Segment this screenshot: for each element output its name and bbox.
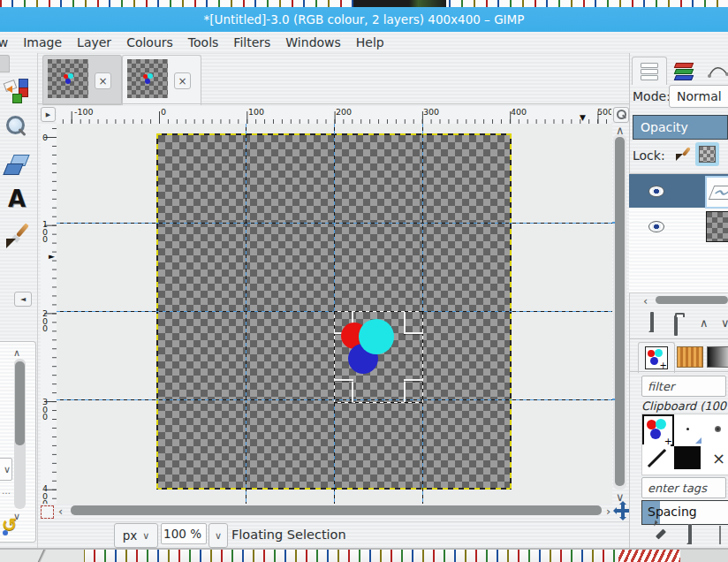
visibility-eye-icon[interactable] xyxy=(648,221,664,232)
selection-handle-tr[interactable] xyxy=(404,312,406,334)
zoom-follow-window-button[interactable] xyxy=(613,107,629,123)
selection-handle-br[interactable] xyxy=(404,379,423,381)
brush-tags-field[interactable] xyxy=(641,477,726,498)
text-tool-button[interactable]: A xyxy=(5,186,28,212)
tabstrip-divider xyxy=(37,103,629,104)
layers-scrollbar-thumb[interactable] xyxy=(656,296,728,304)
layer-thumbnail[interactable] xyxy=(706,211,728,242)
canvas-viewport[interactable] xyxy=(57,124,612,504)
menu-layer[interactable]: Layer xyxy=(75,35,113,49)
layer-mode-select[interactable]: Normal xyxy=(669,85,728,108)
canvas-horizontal-scrollbar-thumb[interactable] xyxy=(71,505,602,515)
tab-gradients[interactable] xyxy=(707,346,728,368)
thumb-cyan-dot xyxy=(68,73,73,79)
toolbox-collapse-button[interactable]: ◄ xyxy=(14,292,32,307)
titlebar[interactable]: *[Untitled]-3.0 (RGB colour, 2 layers) 4… xyxy=(0,7,728,32)
image-tab-1-close-button[interactable]: × xyxy=(95,72,111,89)
lock-pixels-button[interactable] xyxy=(671,144,693,165)
quick-mask-toggle[interactable] xyxy=(41,505,54,519)
layers-stack-icon xyxy=(641,75,658,80)
raise-layer-button[interactable]: ∧ xyxy=(700,316,709,330)
menu-windows[interactable]: Windows xyxy=(284,35,343,49)
lower-layer-button[interactable]: ∨ xyxy=(721,316,728,330)
menubar: View Image Layer Colours Tools Filters W… xyxy=(0,32,728,54)
layers-stack-icon xyxy=(641,63,658,68)
layers-scroll-left-icon[interactable]: ‹ xyxy=(643,295,648,307)
menu-help[interactable]: Help xyxy=(354,35,386,49)
tab-patterns[interactable] xyxy=(677,346,703,368)
image-tab-2-close-button[interactable]: × xyxy=(174,72,191,89)
left-dock-scroll-up-icon[interactable]: ∧ xyxy=(13,348,20,358)
new-layer-button[interactable] xyxy=(650,314,654,330)
transform-tool-button[interactable] xyxy=(4,154,30,177)
new-brush-button[interactable] xyxy=(688,526,692,543)
canvas-scroll-left-icon[interactable]: ‹ xyxy=(58,505,63,517)
gimp-window: *[Untitled]-3.0 (RGB colour, 2 layers) 4… xyxy=(0,0,728,562)
opacity-slider[interactable]: Opacity xyxy=(633,115,728,140)
left-dock-combo-partial[interactable]: ∨ xyxy=(0,458,12,481)
brush-clipboard-selected[interactable]: + xyxy=(642,414,674,446)
brush-dot-blue xyxy=(650,357,658,365)
lock-alpha-button[interactable] xyxy=(695,142,719,166)
guide-vertical-100[interactable] xyxy=(246,124,246,504)
selection-handle-bl[interactable] xyxy=(352,379,353,402)
canvas-menu-button[interactable]: ▶ xyxy=(41,107,56,122)
brushes-tabstrip-divider xyxy=(629,371,728,372)
zoom-tool-button[interactable] xyxy=(4,115,29,140)
alpha-checker-icon xyxy=(699,146,716,163)
hruler-label: 400 xyxy=(511,107,527,117)
menu-filters[interactable]: Filters xyxy=(231,35,272,49)
brush-cell-x[interactable]: × xyxy=(712,449,725,467)
brush-filter-field[interactable] xyxy=(641,376,726,397)
navigation-preview-button[interactable] xyxy=(616,504,630,518)
tab-brushes[interactable]: + xyxy=(638,342,675,373)
image-tab-2-active[interactable]: × xyxy=(122,55,201,105)
hruler-label: 300 xyxy=(423,107,439,117)
brush-cell[interactable] xyxy=(674,416,702,444)
menu-image[interactable]: Image xyxy=(21,35,64,49)
layer-row-background[interactable] xyxy=(629,209,728,243)
selection-handle-tr[interactable] xyxy=(404,332,423,334)
brush-cell[interactable] xyxy=(704,416,728,444)
diagonal-line-brush xyxy=(648,449,666,467)
vertical-ruler[interactable]: 0 100 200 300 400 ► xyxy=(41,124,57,504)
guide-horizontal-100[interactable] xyxy=(57,223,612,224)
duplicate-brush-button[interactable] xyxy=(719,527,721,543)
horizontal-ruler[interactable]: -100 0 100 200 300 400 500 ▼ xyxy=(57,106,611,125)
brush-filter-input[interactable] xyxy=(642,376,725,396)
paintbrush-tool-button[interactable] xyxy=(4,223,29,251)
canvas-vertical-scrollbar-thumb[interactable] xyxy=(615,137,625,486)
zoom-level-input[interactable]: 100 % xyxy=(161,523,207,544)
align-tool-button[interactable] xyxy=(4,78,29,103)
brush-dot-blue xyxy=(650,429,661,439)
brush-cell-square[interactable] xyxy=(674,446,701,469)
tab-channels[interactable] xyxy=(667,58,700,84)
menu-view[interactable]: View xyxy=(0,35,10,49)
image-tab-1[interactable]: × xyxy=(42,55,122,105)
hruler-position-marker-icon: ▼ xyxy=(580,113,586,122)
menu-colours[interactable]: Colours xyxy=(125,35,175,49)
selection-handle-bl[interactable] xyxy=(334,379,353,381)
new-layer-group-button[interactable] xyxy=(674,317,678,334)
background-window-hatch xyxy=(618,550,680,562)
canvas-scroll-right-icon[interactable]: › xyxy=(606,505,610,517)
visibility-eye-icon[interactable] xyxy=(648,186,664,197)
window-title: *[Untitled]-3.0 (RGB colour, 2 layers) 4… xyxy=(204,12,525,27)
left-dock-scrollbar-thumb[interactable] xyxy=(15,361,25,445)
align-tool-arrow xyxy=(6,86,12,93)
selection-handle-br[interactable] xyxy=(404,379,406,402)
tab-paths[interactable] xyxy=(701,58,728,84)
brush-tags-input[interactable] xyxy=(642,478,725,497)
paintbrush-handle xyxy=(16,223,29,237)
unit-select[interactable]: px ∨ xyxy=(114,523,158,548)
layer-row-floating-selection[interactable] xyxy=(629,174,728,208)
floating-sheet-icon xyxy=(708,186,728,200)
nav-cross-tip xyxy=(613,507,617,514)
zoom-level-dropdown-button[interactable]: ∨ xyxy=(209,523,228,548)
selection-ants-left xyxy=(334,311,335,402)
collapse-arrow-icon: ◄ xyxy=(20,295,26,303)
floating-selection-thumbnail[interactable] xyxy=(705,176,728,209)
brush-cell[interactable] xyxy=(642,444,671,473)
tab-layers[interactable] xyxy=(632,57,667,85)
menu-tools[interactable]: Tools xyxy=(186,35,221,49)
